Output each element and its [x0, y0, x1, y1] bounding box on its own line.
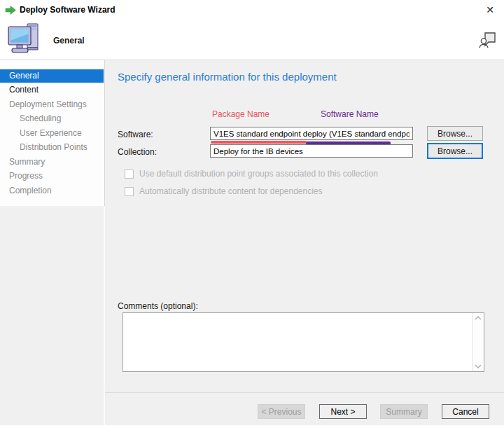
wizard-banner: General — [0, 20, 504, 60]
software-browse-button[interactable]: Browse... — [427, 126, 483, 141]
comments-label: Comments (optional): — [118, 301, 198, 311]
auto-distribute-checkbox[interactable] — [125, 187, 134, 196]
previous-button[interactable]: < Previous — [258, 404, 305, 419]
window-title: Deploy Software Wizard — [20, 5, 115, 15]
page-title: General — [53, 36, 85, 46]
default-dp-groups-checkbox[interactable] — [125, 170, 134, 179]
feedback-person-icon[interactable] — [479, 31, 497, 49]
summary-button[interactable]: Summary — [380, 404, 428, 419]
nav-item-content[interactable]: Content — [0, 83, 104, 97]
collection-browse-button[interactable]: Browse... — [427, 143, 483, 159]
scroll-up-icon[interactable] — [475, 316, 482, 320]
nav-divider — [104, 60, 105, 206]
cancel-button[interactable]: Cancel — [442, 404, 489, 419]
auto-distribute-checkbox-row: Automatically distribute content for dep… — [125, 186, 323, 196]
package-name-underline — [211, 141, 307, 144]
nav-item-general[interactable]: General — [0, 69, 104, 83]
nav-item-distribution-points: Distribution Points — [0, 141, 104, 154]
window-bottom-edge — [0, 425, 504, 428]
nav-item-completion: Completion — [0, 184, 104, 198]
default-dp-groups-checkbox-row: Use default distribution point groups as… — [125, 169, 378, 179]
nav-item-deployment-settings: Deployment Settings — [0, 98, 104, 111]
auto-distribute-label: Automatically distribute content for dep… — [139, 186, 323, 196]
computer-icon — [8, 22, 43, 55]
title-bar: Deploy Software Wizard ✕ — [0, 0, 504, 20]
package-name-annotation: Package Name — [212, 109, 270, 119]
comments-textarea[interactable] — [123, 313, 472, 371]
nav-item-progress: Progress — [0, 170, 104, 183]
deploy-arrow-icon — [5, 6, 16, 15]
default-dp-groups-label: Use default distribution point groups as… — [139, 169, 378, 179]
footer-separator — [105, 392, 504, 393]
page-heading: Specify general information for this dep… — [118, 71, 337, 83]
deploy-software-wizard-window: Deploy Software Wizard ✕ General — [0, 0, 504, 428]
next-button[interactable]: Next > — [319, 404, 367, 419]
nav-item-scheduling: Scheduling — [0, 112, 104, 125]
scroll-down-icon[interactable] — [475, 364, 482, 368]
nav-item-user-experience: User Experience — [0, 127, 104, 140]
software-input[interactable] — [210, 127, 413, 140]
close-icon[interactable]: ✕ — [484, 4, 496, 15]
comments-scrollbar[interactable] — [472, 313, 484, 371]
nav-item-summary: Summary — [0, 156, 104, 169]
comments-field-frame — [122, 312, 484, 372]
collection-input[interactable] — [210, 144, 413, 158]
software-label: Software: — [118, 130, 153, 139]
collection-label: Collection: — [118, 147, 157, 157]
software-name-annotation: Software Name — [321, 109, 379, 119]
